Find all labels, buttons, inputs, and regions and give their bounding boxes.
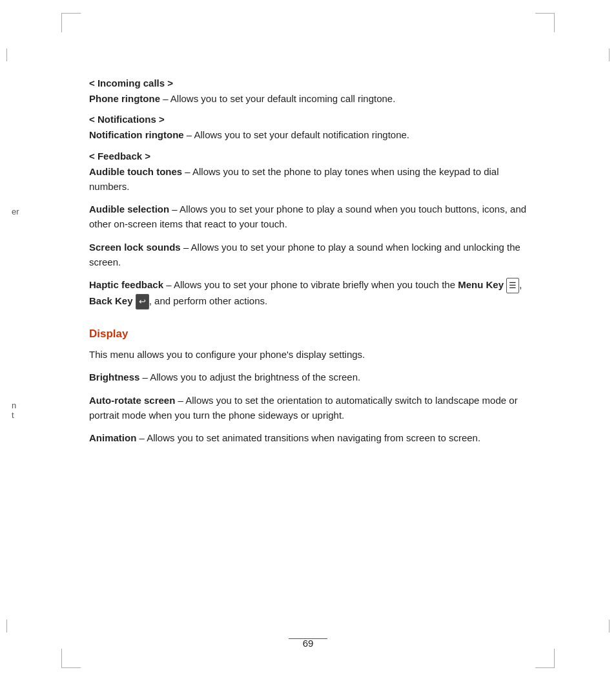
haptic-feedback-paragraph: Haptic feedback – Allows you to set your… [89, 277, 528, 309]
brightness-text: – Allows you to adjust the brightness of… [139, 372, 360, 382]
phone-ringtone-label: Phone ringtone [89, 93, 160, 104]
corner-mark-br-v [554, 649, 555, 668]
page-number: 69 [303, 638, 314, 649]
haptic-feedback-text3: , and perform other actions. [149, 295, 267, 306]
corner-mark-tl-h [61, 13, 81, 14]
corner-mark-tl-v [61, 13, 62, 32]
incoming-calls-header: < Incoming calls > [89, 78, 528, 89]
left-mark-top [6, 48, 7, 61]
right-mark-top [609, 48, 610, 61]
auto-rotate-paragraph: Auto-rotate screen – Allows you to set t… [89, 393, 528, 423]
brightness-paragraph: Brightness – Allows you to adjust the br… [89, 370, 528, 384]
notification-ringtone-label: Notification ringtone [89, 129, 184, 140]
auto-rotate-label: Auto-rotate screen [89, 395, 175, 406]
feedback-header: < Feedback > [89, 151, 528, 162]
animation-label: Animation [89, 432, 136, 443]
notification-ringtone-paragraph: Notification ringtone – Allows you to se… [89, 127, 528, 142]
brightness-label: Brightness [89, 372, 139, 382]
audible-touch-tones-label: Audible touch tones [89, 166, 182, 177]
menu-key-label: Menu Key [458, 279, 504, 290]
right-mark-bottom [609, 620, 610, 633]
content-area: < Incoming calls > Phone ringtone – Allo… [89, 76, 528, 453]
corner-mark-tr-v [554, 13, 555, 32]
animation-text: – Allows you to set animated transitions… [136, 432, 480, 443]
notification-ringtone-text: – Allows you to set your default notific… [184, 129, 409, 140]
display-heading: Display [89, 328, 528, 340]
display-intro-paragraph: This menu allows you to configure your p… [89, 347, 528, 362]
left-margin-text-bottom: n t [12, 401, 16, 420]
left-margin-text-top: er [12, 207, 19, 216]
animation-paragraph: Animation – Allows you to set animated t… [89, 430, 528, 445]
back-key-label: Back Key [89, 295, 133, 306]
haptic-feedback-text2: , [519, 279, 522, 290]
corner-mark-bl-h [61, 667, 81, 668]
audible-touch-tones-paragraph: Audible touch tones – Allows you to set … [89, 164, 528, 194]
menu-key-icon: ☰ [506, 278, 519, 293]
phone-ringtone-text: – Allows you to set your default incomin… [160, 93, 395, 104]
notifications-header: < Notifications > [89, 114, 528, 125]
corner-mark-tr-h [535, 13, 555, 14]
haptic-feedback-text1: – Allows you to set your phone to vibrat… [163, 279, 458, 290]
left-mark-bottom [6, 620, 7, 633]
audible-selection-paragraph: Audible selection – Allows you to set yo… [89, 202, 528, 232]
phone-ringtone-paragraph: Phone ringtone – Allows you to set your … [89, 91, 528, 106]
corner-mark-br-h [535, 667, 555, 668]
page: er n t < Incoming calls > Phone ringtone… [0, 0, 616, 681]
audible-selection-label: Audible selection [89, 204, 169, 215]
back-key-icon: ↩ [136, 294, 149, 309]
screen-lock-sounds-label: Screen lock sounds [89, 242, 181, 253]
corner-mark-bl-v [61, 649, 62, 668]
haptic-feedback-label: Haptic feedback [89, 279, 163, 290]
screen-lock-sounds-paragraph: Screen lock sounds – Allows you to set y… [89, 240, 528, 270]
